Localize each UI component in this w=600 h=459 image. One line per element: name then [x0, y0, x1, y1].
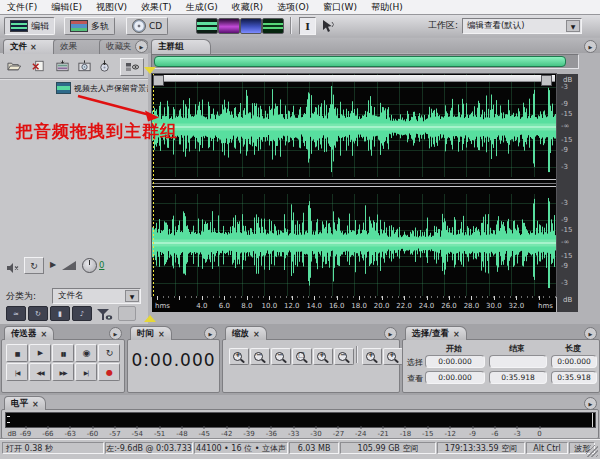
close-tab-icon[interactable]: [30, 42, 37, 52]
menu-item[interactable]: 文件(F): [0, 1, 44, 14]
level-panel-tab[interactable]: 电平: [4, 396, 46, 410]
display-options-toggle[interactable]: [120, 58, 144, 76]
waveform-canvas[interactable]: [152, 74, 556, 296]
extract-audio-button[interactable]: [94, 57, 114, 75]
preview-volume-wedge[interactable]: [62, 261, 76, 270]
record-button[interactable]: ●: [98, 363, 120, 381]
view-length-field[interactable]: 0:35.918: [551, 371, 597, 384]
pause-button[interactable]: ▮▮: [52, 344, 74, 362]
resize-grip[interactable]: [586, 445, 598, 457]
selection-view-panel-menu-button[interactable]: [584, 327, 597, 340]
scrub-tool-icon[interactable]: [321, 18, 335, 37]
preview-volume-value[interactable]: 0: [99, 260, 104, 270]
auto-play-speaker-icon[interactable]: [6, 259, 20, 278]
scroll-handle-right[interactable]: [541, 75, 552, 86]
zoom-sign: −: [340, 351, 346, 359]
db-ruler[interactable]: dBdB-3-9-15-∞-15-9-3-3-9-15-∞-15-9-3: [557, 74, 578, 312]
sort-dropdown-arrow[interactable]: ▼: [125, 290, 139, 302]
show-midi-files-button[interactable]: ♪: [72, 306, 92, 321]
rewind-button[interactable]: ◀◀: [29, 363, 51, 381]
playhead-bottom-marker[interactable]: [144, 315, 156, 322]
transport-panel-tab[interactable]: 传送器: [4, 326, 54, 340]
menu-item[interactable]: 编辑(E): [44, 1, 89, 14]
selection-length-field[interactable]: 0:00.000: [551, 355, 597, 368]
view-end-field[interactable]: 0:35.918: [489, 371, 547, 384]
loop-play-button[interactable]: ↻: [98, 344, 120, 362]
files-panel: 文件效果收藏夹 视频去人声保留背景音乐.mp3 ↻ ▶ 0 分类为: 文件名 ▼…: [0, 38, 149, 324]
zoom-panel-tab[interactable]: 缩放: [225, 326, 267, 340]
selection-view-panel-tab[interactable]: 选择/查看: [405, 326, 467, 340]
zoom-out-horizontal-button[interactable]: −: [250, 348, 270, 365]
loop-preview-button[interactable]: ↻: [24, 257, 44, 274]
close-tab-icon[interactable]: [41, 329, 48, 339]
overview-range-bar[interactable]: [154, 56, 566, 67]
selection-start-field[interactable]: 0:00.000: [425, 355, 485, 368]
zoom-to-selection-button[interactable]: □: [292, 348, 312, 365]
time-ruler[interactable]: hms hms 4.06.08.010.012.014.016.018.020.…: [152, 296, 556, 312]
file-list-item[interactable]: 视频去人声保留背景音乐.mp3: [56, 82, 148, 94]
time-selection-tool-button[interactable]: [299, 17, 316, 35]
show-audio-files-button[interactable]: ≈: [6, 306, 26, 321]
zoom-out-vertical-button[interactable]: −: [334, 348, 354, 365]
time-panel-tab[interactable]: 时间: [130, 326, 172, 340]
menu-item[interactable]: 效果(T): [134, 1, 179, 14]
menu-item[interactable]: 选项(O): [270, 1, 316, 14]
close-tab-icon[interactable]: [453, 329, 460, 339]
zoom-group-separator: [356, 346, 357, 363]
import-file-button[interactable]: [4, 57, 24, 75]
cd-view-button[interactable]: CD: [126, 17, 168, 35]
preview-volume-knob[interactable]: [82, 258, 97, 273]
time-panel-menu-button[interactable]: [204, 327, 217, 340]
workspace-dropdown[interactable]: 编辑查看(默认) ▼: [462, 18, 582, 34]
spectral-frequency-button[interactable]: [218, 18, 240, 34]
zoom-selection-right-button[interactable]: +: [383, 348, 403, 365]
preview-play-icon[interactable]: ▶: [50, 260, 56, 269]
insert-into-multitrack-button[interactable]: [52, 57, 72, 75]
show-loop-files-button[interactable]: ↻: [28, 306, 48, 321]
edit-view-button[interactable]: 编辑: [4, 17, 55, 35]
show-video-files-button[interactable]: ▮: [50, 306, 70, 321]
zoom-panel-menu-button[interactable]: [384, 327, 397, 340]
spectral-phase-button[interactable]: [262, 18, 284, 34]
close-tab-icon[interactable]: [32, 399, 39, 409]
waveform-scroll-strip[interactable]: [153, 75, 555, 82]
scroll-handle-left[interactable]: [153, 75, 164, 86]
view-start-field[interactable]: 0:00.000: [425, 371, 485, 384]
menu-item[interactable]: 视图(V): [89, 1, 134, 14]
playhead-top-marker[interactable]: [144, 67, 156, 74]
files-panel-menu-button[interactable]: [135, 40, 148, 53]
multitrack-view-button[interactable]: 多轨: [64, 17, 115, 35]
selection-end-field[interactable]: [489, 355, 547, 368]
menu-item[interactable]: 生成(G): [179, 1, 225, 14]
waveform-display-button[interactable]: [196, 18, 218, 34]
go-to-end-button[interactable]: ▶|: [75, 363, 97, 381]
zoom-in-horizontal-button[interactable]: +: [229, 348, 249, 365]
close-file-button[interactable]: [28, 57, 48, 75]
time-display[interactable]: 0:00.000: [128, 350, 219, 370]
tab-main-group[interactable]: 主群组: [151, 39, 211, 54]
spectral-pan-button[interactable]: [240, 18, 262, 34]
menu-item[interactable]: 窗口(W): [316, 1, 364, 14]
main-group-panel-menu-button[interactable]: [584, 40, 597, 53]
fast-forward-button[interactable]: ▶▶: [52, 363, 74, 381]
level-panel-menu-button[interactable]: [584, 397, 597, 410]
play-button[interactable]: ▶: [29, 344, 51, 362]
overview-track[interactable]: [151, 54, 579, 69]
sort-by-dropdown[interactable]: 文件名 ▼: [52, 288, 141, 304]
go-to-start-button[interactable]: |◀: [6, 363, 28, 381]
zoom-in-vertical-button[interactable]: +: [313, 348, 333, 365]
filter-eye-icon[interactable]: [96, 306, 113, 325]
insert-into-cd-button[interactable]: [74, 57, 94, 75]
close-tab-icon[interactable]: [253, 329, 260, 339]
workspace-dropdown-arrow[interactable]: ▼: [566, 20, 580, 32]
play-from-cursor-button[interactable]: ◉: [75, 344, 97, 362]
transport-panel-menu-button[interactable]: [109, 327, 122, 340]
db-tick-label: -∞: [561, 123, 569, 130]
menu-item[interactable]: 收藏(R): [225, 1, 270, 14]
zoom-out-full-button[interactable]: −: [271, 348, 291, 365]
advanced-options-button[interactable]: [118, 306, 136, 321]
zoom-selection-left-button[interactable]: +: [362, 348, 382, 365]
close-tab-icon[interactable]: [158, 329, 165, 339]
stop-button[interactable]: ■: [6, 344, 28, 362]
menu-item[interactable]: 帮助(H): [364, 1, 410, 14]
